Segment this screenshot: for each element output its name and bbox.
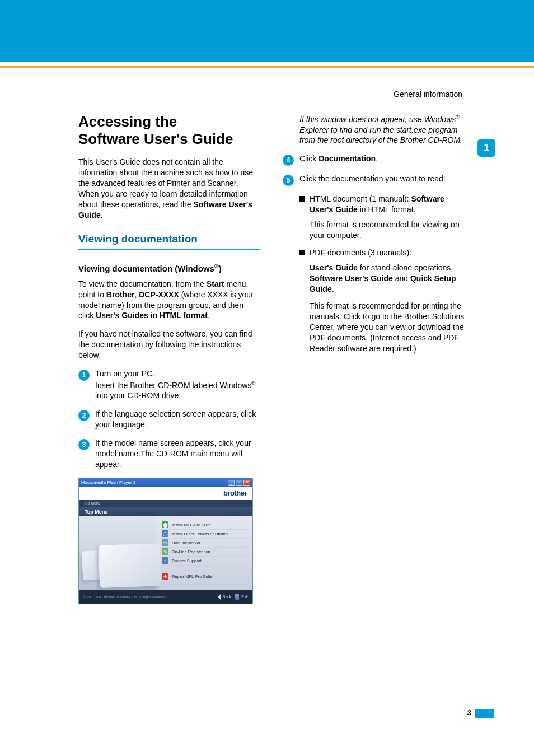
- heading-underline: [78, 249, 260, 250]
- note-paragraph: If this window does not appear, use Wind…: [299, 113, 465, 146]
- s1sup: ®: [251, 380, 255, 386]
- p2h: User's Guides in HTML format: [96, 311, 208, 320]
- installer-menu: ⬤ Install MFL-Pro Suite ◯ Install Other …: [156, 516, 252, 590]
- note-b: Explorer to find and run the start.exe p…: [299, 125, 462, 145]
- intro-paragraph: This User's Guide does not contain all t…: [78, 157, 260, 220]
- b2sb: for stand-alone operations,: [358, 263, 453, 272]
- step-number-2: 2: [78, 410, 90, 421]
- step-3-text: If the model name screen appears, click …: [95, 438, 260, 470]
- step-5-text: Click the documentation you want to read…: [299, 174, 465, 184]
- pencil-icon: ✎: [162, 548, 168, 555]
- h3-suffix: ): [219, 264, 222, 273]
- minimize-icon: _: [228, 480, 235, 486]
- menu-label: On-Line Registration: [172, 549, 210, 554]
- banner-orange-strip: [0, 66, 534, 68]
- copyright-text: © 2001-2007 Brother Industries, Ltd. All…: [83, 595, 166, 599]
- s4b: Documentation: [318, 154, 376, 163]
- bullet-html-sub: This format is recommended for viewing o…: [310, 220, 465, 241]
- b1c: in HTML format.: [358, 205, 416, 214]
- p2e: ,: [134, 290, 139, 299]
- running-header: General information: [394, 90, 462, 99]
- disc-icon: ⬤: [162, 521, 168, 528]
- section-heading: Viewing documentation: [78, 233, 260, 245]
- intro-end: .: [101, 211, 103, 220]
- back-label: Back: [223, 595, 232, 599]
- h3-prefix: Viewing documentation (Windows: [78, 264, 214, 273]
- right-column: If this window does not appear, use Wind…: [283, 113, 465, 604]
- step-5: 5 Click the documentation you want to re…: [283, 174, 465, 186]
- square-bullet-icon: [299, 250, 305, 255]
- menu-label: Install Other Drivers or Utilities: [172, 531, 228, 536]
- menu-item-registration: ✎ On-Line Registration: [162, 548, 248, 557]
- step-number-5: 5: [283, 175, 294, 186]
- close-icon: ✕: [243, 480, 250, 486]
- s1b2: into your CD-ROM drive.: [95, 391, 181, 400]
- installer-screenshot: Macromedia Flash Player 8 _ ▫ ✕ brother …: [78, 478, 253, 604]
- s4a: Click: [299, 154, 318, 163]
- p2b: Start: [207, 279, 224, 288]
- product-image: [79, 516, 156, 590]
- step-number-3: 3: [78, 439, 90, 450]
- menu-item-documentation: ▭ Documentation: [162, 539, 248, 548]
- menu-item-other-drivers: ◯ Install Other Drivers or Utilities: [162, 530, 248, 539]
- b2sc: Software User's Guide: [310, 274, 393, 283]
- left-column: Accessing the Software User's Guide This…: [78, 113, 260, 604]
- step-2: 2 If the language selection screen appea…: [78, 409, 260, 430]
- p2i: .: [208, 311, 210, 320]
- p2f: DCP-XXXX: [139, 290, 179, 299]
- square-bullet-icon: [299, 196, 305, 202]
- plus-icon: ✚: [162, 573, 168, 580]
- exit-icon: [235, 594, 239, 600]
- step-5-bullets: HTML document (1 manual): Software User'…: [299, 194, 465, 354]
- title-line-1: Accessing the: [78, 113, 177, 130]
- installer-footer: © 2001-2007 Brother Industries, Ltd. All…: [79, 590, 252, 604]
- b2sa: User's Guide: [310, 263, 358, 272]
- step-3: 3 If the model name screen appears, clic…: [78, 438, 260, 470]
- home-icon: ⌂: [162, 557, 168, 564]
- bullet-pdf-text: PDF documents (3 manuals):: [310, 248, 465, 258]
- installer-body: ⬤ Install MFL-Pro Suite ◯ Install Other …: [79, 516, 252, 590]
- bullet-html: HTML document (1 manual): Software User'…: [299, 194, 465, 215]
- b2sd: and: [393, 274, 410, 283]
- b1a: HTML document (1 manual):: [310, 194, 411, 203]
- menu-label: Documentation: [172, 540, 200, 545]
- document-page: General information 1 Accessing the Soft…: [0, 0, 534, 756]
- step-4: 4 Click Documentation.: [283, 153, 465, 166]
- p2a: To view the documentation, from the: [78, 279, 207, 288]
- window-controls: _ ▫ ✕: [228, 480, 250, 486]
- maximize-icon: ▫: [236, 480, 242, 486]
- subsection-heading: Viewing documentation (Windows®): [78, 263, 260, 273]
- instructions-intro: If you have not installed the software, …: [78, 329, 260, 361]
- menu-label: Brother Support: [172, 558, 202, 563]
- menu-item-support: ⌂ Brother Support: [162, 557, 248, 566]
- s1a: Turn on your PC.: [95, 369, 154, 378]
- title-line-2: Software User's Guide: [78, 130, 233, 147]
- banner-white-strip: [0, 62, 534, 66]
- page-title: Accessing the Software User's Guide: [78, 113, 260, 148]
- step-1: 1 Turn on your PC. Insert the Brother CD…: [78, 368, 260, 401]
- step-number-4: 4: [283, 155, 294, 166]
- document-icon: ▭: [162, 539, 168, 546]
- back-arrow-icon: [215, 594, 221, 600]
- bullet-pdf-sub2: This format is recommended for printing …: [310, 301, 465, 353]
- menu-item-install-suite: ⬤ Install MFL-Pro Suite: [162, 521, 248, 530]
- registered-mark: ®: [214, 263, 219, 269]
- step-number-1: 1: [78, 370, 90, 381]
- top-menu-header: Top Menu: [79, 507, 252, 516]
- note-a: If this window does not appear, use Wind…: [299, 115, 456, 124]
- top-banner: [0, 0, 534, 66]
- menu-label: Repair MFL-Pro Suite: [172, 574, 213, 579]
- exit-label: Exit: [241, 595, 248, 599]
- step-2-text: If the language selection screen appears…: [95, 409, 260, 430]
- step-4-text: Click Documentation.: [299, 153, 465, 164]
- bullet-pdf-sub1: User's Guide for stand-alone operations,…: [310, 263, 465, 295]
- bullet-html-text: HTML document (1 manual): Software User'…: [310, 194, 465, 215]
- page-number: 3: [467, 708, 471, 717]
- bullet-pdf: PDF documents (3 manuals):: [299, 248, 465, 258]
- page-number-bar: [475, 709, 494, 718]
- exit-button: Exit: [235, 594, 248, 600]
- window-title: Macromedia Flash Player 8: [81, 480, 135, 485]
- p2d: Brother: [106, 290, 135, 299]
- b2sf: .: [332, 284, 334, 293]
- menu-item-repair: ✚ Repair MFL-Pro Suite: [162, 572, 248, 581]
